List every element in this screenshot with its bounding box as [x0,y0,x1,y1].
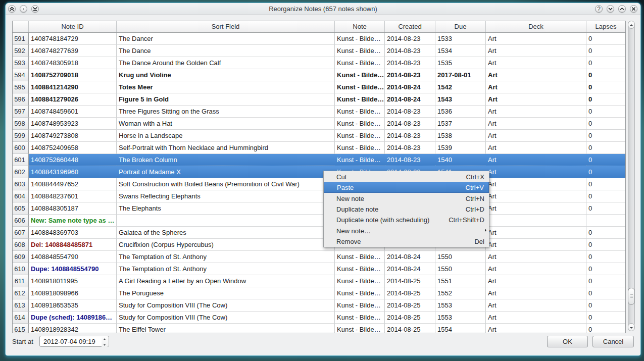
svg-text:?: ? [597,6,601,13]
